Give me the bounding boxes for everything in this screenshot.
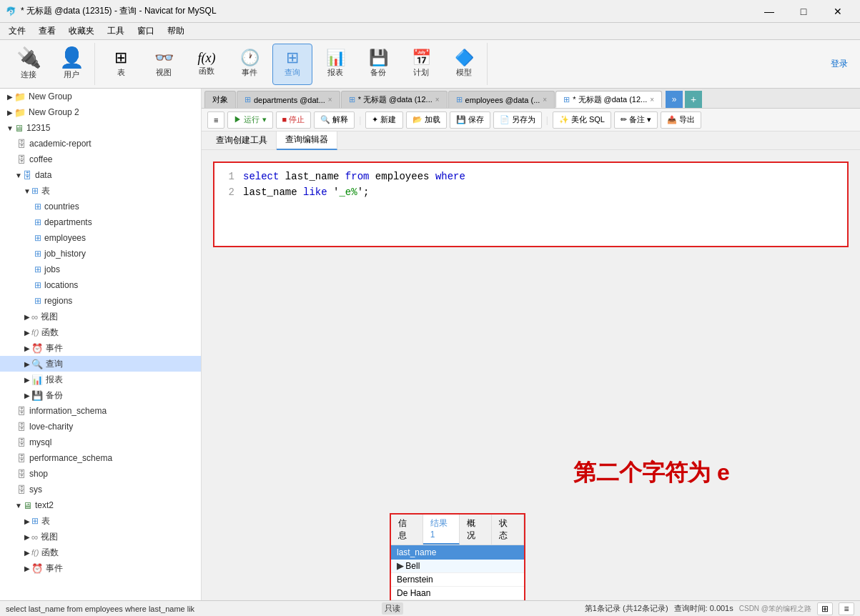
report-button[interactable]: 📊 报表: [315, 44, 355, 85]
sidebar-item-text2[interactable]: ▼ 🖥 text2: [0, 497, 201, 513]
tab-employees[interactable]: ⊞ employees @data (... ×: [448, 91, 555, 108]
status-csdn-label: CSDN @笨的编程之路: [739, 604, 811, 614]
rtab-overview-label: 概况: [467, 518, 475, 540]
sidebar-item-text2-views[interactable]: ▶ ∞ 视图: [0, 529, 201, 545]
sidebar-item-jobs[interactable]: ⊞ jobs: [0, 262, 201, 277]
schedule-button[interactable]: 📅 计划: [401, 44, 441, 85]
sidebar-item-love[interactable]: 🗄 love-charity: [0, 419, 201, 434]
tab-departments[interactable]: ⊞ departments @dat... ×: [237, 91, 340, 108]
menu-button[interactable]: ≡: [207, 111, 224, 129]
reports-icon: 📊: [31, 374, 43, 385]
table-row[interactable]: De Haan: [391, 587, 524, 600]
sidebar-item-information[interactable]: 🗄 information_schema: [0, 403, 201, 419]
sidebar-item-tables[interactable]: ▼ ⊞ 表: [0, 183, 201, 199]
sidebar-item-mysql[interactable]: 🗄 mysql: [0, 434, 201, 450]
menu-view[interactable]: 查看: [33, 24, 61, 39]
sidebar-item-countries[interactable]: ⊞ countries: [0, 199, 201, 214]
sidebar-label-locations: locations: [44, 280, 78, 290]
login-button[interactable]: 登录: [824, 54, 854, 74]
sidebar-item-shop[interactable]: 🗄 shop: [0, 466, 201, 482]
sidebar-item-events[interactable]: ▶ ⏰ 事件: [0, 340, 201, 356]
table-row[interactable]: ▶ Bell: [391, 560, 524, 573]
tab-close-icon[interactable]: ×: [650, 96, 654, 104]
sidebar-item-backups[interactable]: ▶ 💾 备份: [0, 387, 201, 403]
sidebar-item-views[interactable]: ▶ ∞ 视图: [0, 309, 201, 324]
status-query-text: select last_name from employees where la…: [6, 605, 194, 613]
sidebar-item-employees[interactable]: ⊞ employees: [0, 230, 201, 246]
sidebar-item-functions[interactable]: ▶ f() 函数: [0, 324, 201, 340]
query-button[interactable]: ⊞ 查询: [272, 44, 312, 85]
rtab-result-label: 结果1: [430, 518, 448, 540]
new-button[interactable]: ✦ 新建: [365, 111, 402, 129]
explain-button[interactable]: 🔍 解释: [314, 111, 355, 129]
more-tabs-button[interactable]: »: [666, 91, 683, 108]
function-button[interactable]: f(x) 函数: [187, 44, 227, 85]
sidebar-item-text2-events[interactable]: ▶ ⏰ 事件: [0, 560, 201, 576]
tab-close-icon[interactable]: ×: [328, 96, 332, 104]
event-button[interactable]: 🕐 事件: [229, 44, 270, 85]
menu-favorites[interactable]: 收藏夹: [63, 24, 100, 39]
menu-file[interactable]: 文件: [3, 24, 31, 39]
table-row[interactable]: Dellinger: [391, 600, 524, 601]
backup-button[interactable]: 💾 备份: [358, 44, 398, 85]
rtab-overview[interactable]: 概况: [460, 515, 492, 545]
sidebar-item-newgroup2[interactable]: ▶ 📁 New Group 2: [0, 104, 201, 120]
connection-label: 连接: [21, 69, 36, 80]
result-cell: De Haan: [391, 587, 524, 600]
maximize-button[interactable]: □: [787, 1, 820, 21]
grid-view-button[interactable]: ⊞: [817, 602, 833, 615]
tab-untitled[interactable]: ⊞ * 无标题 @data (12... ×: [341, 91, 448, 108]
minimize-button[interactable]: —: [753, 1, 786, 21]
sidebar-item-newgroup1[interactable]: ▶ 📁 New Group: [0, 89, 201, 104]
sidebar-item-perf[interactable]: 🗄 performance_schema: [0, 450, 201, 466]
tab-close-icon[interactable]: ×: [543, 96, 547, 104]
connection-button[interactable]: 🔌 连接: [9, 44, 49, 85]
user-button[interactable]: 👤 用户: [51, 44, 92, 85]
sidebar-item-reports[interactable]: ▶ 📊 报表: [0, 372, 201, 387]
tab-object[interactable]: 对象: [204, 91, 236, 108]
export-button[interactable]: 📤 导出: [661, 111, 701, 129]
sidebar-item-queries[interactable]: ▶ 🔍 查询: [0, 356, 201, 372]
tab-close-icon[interactable]: ×: [435, 96, 440, 104]
table-button[interactable]: ⊞ 表: [101, 44, 141, 85]
db-icon: 🗄: [17, 422, 26, 432]
etab-builder[interactable]: 查询创建工具: [207, 131, 277, 150]
sidebar-item-data[interactable]: ▼ 🗄 data: [0, 167, 201, 183]
load-button[interactable]: 📂 加载: [406, 111, 447, 129]
etab-editor[interactable]: 查询编辑器: [277, 131, 337, 150]
sidebar-item-departments[interactable]: ⊞ departments: [0, 214, 201, 230]
sidebar-item-sys[interactable]: 🗄 sys: [0, 482, 201, 497]
close-button[interactable]: ✕: [821, 1, 854, 21]
sidebar-item-regions[interactable]: ⊞ regions: [0, 293, 201, 309]
sidebar-item-text2-tables[interactable]: ▶ ⊞ 表: [0, 513, 201, 529]
model-button[interactable]: 🔷 模型: [444, 44, 484, 85]
tab-active[interactable]: ⊞ * 无标题 @data (12... ×: [555, 91, 662, 108]
views-icon: ∞: [31, 532, 38, 542]
sidebar-item-text2-funcs[interactable]: ▶ f() 函数: [0, 545, 201, 560]
sidebar-item-academic[interactable]: 🗄 academic-report: [0, 136, 201, 151]
view-button[interactable]: 👓 视图: [144, 44, 184, 85]
list-view-button[interactable]: ≡: [839, 602, 854, 615]
status-record-info: 第1条记录 (共12条记录): [585, 603, 668, 614]
rtab-status[interactable]: 状态: [492, 515, 524, 545]
sql-editor[interactable]: 1 select last_name from employees where …: [213, 162, 849, 247]
stop-button[interactable]: ■ 停止: [276, 111, 312, 129]
comment-button[interactable]: ✏ 备注 ▾: [614, 111, 658, 129]
menu-help[interactable]: 帮助: [162, 24, 190, 39]
run-button[interactable]: ▶ 运行 ▾: [227, 111, 272, 129]
menu-window[interactable]: 窗口: [132, 24, 160, 39]
saveas-button[interactable]: 📄 另存为: [493, 111, 542, 129]
sidebar-item-coffee[interactable]: 🗄 coffee: [0, 151, 201, 167]
expand-arrow: ▶: [23, 392, 31, 399]
beautify-button[interactable]: ✨ 美化 SQL: [553, 111, 611, 129]
sidebar-item-job-history[interactable]: ⊞ job_history: [0, 246, 201, 262]
sidebar-item-locations[interactable]: ⊞ locations: [0, 277, 201, 293]
new-tab-button[interactable]: +: [685, 91, 702, 108]
sidebar-item-12315[interactable]: ▼ 🖥 12315: [0, 120, 201, 136]
title-bar: 🐬 * 无标题 @data (12315) - 查询 - Navicat for…: [0, 0, 860, 23]
menu-tools[interactable]: 工具: [102, 24, 130, 39]
table-row[interactable]: Bernstein: [391, 573, 524, 587]
rtab-info[interactable]: 信息: [391, 515, 423, 545]
save-button[interactable]: 💾 保存: [450, 111, 490, 129]
rtab-result[interactable]: 结果1: [423, 515, 460, 545]
